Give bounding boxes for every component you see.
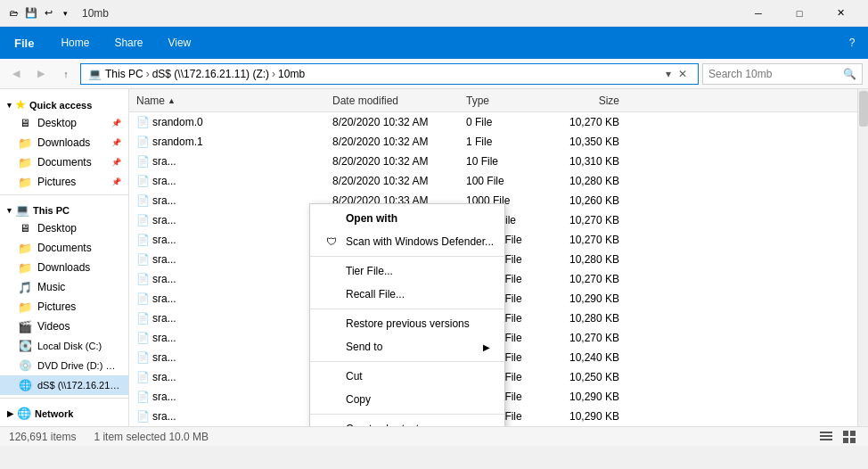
ribbon-home-tab[interactable]: Home xyxy=(48,27,102,59)
nav-forward-button[interactable]: ▶ xyxy=(30,63,52,85)
context-menu-item-label: Restore previous versions xyxy=(346,317,470,330)
file-name-text: srandom.1 xyxy=(152,136,203,148)
file-size-cell: 10,270 KB xyxy=(552,273,623,285)
col-header-type[interactable]: Type xyxy=(463,95,552,107)
file-name-text: sra... xyxy=(152,234,176,246)
context-menu-separator xyxy=(310,256,504,257)
pin-icon-pictures: 📌 xyxy=(111,177,121,186)
context-menu-item-icon xyxy=(324,422,339,426)
quick-access-toolbar-dropdown[interactable]: ▾ xyxy=(58,6,72,21)
file-name-text: sra... xyxy=(152,351,176,364)
file-name-text: sra... xyxy=(152,410,176,423)
quick-access-label: Quick access xyxy=(29,100,92,111)
this-pc-icon: 💻 xyxy=(15,203,29,217)
file-name-text: sra... xyxy=(152,332,176,344)
context-menu-item-label: Scan with Windows Defender... xyxy=(346,235,494,248)
context-menu-item-icon xyxy=(324,211,339,226)
quick-access-toolbar-save[interactable]: 💾 xyxy=(24,6,38,21)
ribbon-help-button[interactable]: ? xyxy=(836,27,868,59)
context-menu-item[interactable]: Copy xyxy=(310,388,504,411)
file-name-text: sra... xyxy=(152,273,176,285)
file-icon: 📄 xyxy=(136,272,149,286)
search-icon[interactable]: 🔍 xyxy=(843,68,856,80)
sort-arrow-icon: ▲ xyxy=(168,96,176,105)
context-menu-item[interactable]: Recall File... xyxy=(310,283,504,306)
file-size-cell: 10,280 KB xyxy=(552,175,623,187)
file-icon: 📄 xyxy=(136,115,149,129)
file-size-cell: 10,270 KB xyxy=(552,214,623,226)
nav-back-button[interactable]: ◀ xyxy=(5,63,27,85)
table-row[interactable]: 📄sra...8/20/2020 10:32 AM100 File10,280 … xyxy=(129,171,857,191)
sidebar-divider-2 xyxy=(0,398,128,399)
context-menu-item[interactable]: 🛡Scan with Windows Defender... xyxy=(310,230,504,253)
sidebar-item-downloads-quick[interactable]: 📁 Downloads 📌 xyxy=(0,133,128,152)
scrollbar-thumb[interactable] xyxy=(859,91,868,127)
svg-rect-4 xyxy=(850,431,856,436)
sidebar-item-desktop-label: Desktop xyxy=(37,117,77,129)
context-menu-item-icon xyxy=(324,392,339,407)
file-icon: 📄 xyxy=(136,311,149,325)
quick-access-header[interactable]: ▾ ★ Quick access xyxy=(0,93,128,113)
sidebar-item-dvd-drive[interactable]: 💿 DVD Drive (D:) SSS_... xyxy=(0,356,128,375)
context-menu-item[interactable]: Create shortcut xyxy=(310,417,504,426)
close-button[interactable]: ✕ xyxy=(820,0,861,27)
file-size-cell: 10,270 KB xyxy=(552,234,623,246)
context-menu-item[interactable]: Send to▶ xyxy=(310,335,504,358)
context-menu-item[interactable]: Restore previous versions xyxy=(310,312,504,335)
item-count: 126,691 items xyxy=(9,431,76,443)
scrollbar[interactable] xyxy=(857,89,868,426)
path-this-pc[interactable]: This PC xyxy=(105,68,143,80)
ribbon-share-tab[interactable]: Share xyxy=(102,27,155,59)
file-type-cell: 100 File xyxy=(463,175,552,187)
sidebar-item-pictures-pc[interactable]: 📁 Pictures xyxy=(0,297,128,317)
minimize-button[interactable]: ─ xyxy=(738,0,779,27)
file-name-text: sra... xyxy=(152,371,176,383)
file-size-cell: 10,280 KB xyxy=(552,312,623,325)
col-header-date[interactable]: Date modified xyxy=(329,95,463,107)
sidebar-item-network-share[interactable]: 🌐 dS$ (\\172.16.21.11) (... xyxy=(0,375,128,395)
sidebar-item-desktop-pc[interactable]: 🖥 Desktop xyxy=(0,218,128,238)
quick-access-toolbar-undo[interactable]: ↩ xyxy=(41,6,55,21)
large-icons-view-button[interactable] xyxy=(839,427,859,447)
system-menu-icon[interactable]: 🗁 xyxy=(7,6,21,21)
this-pc-header[interactable]: ▾ 💻 This PC xyxy=(0,198,128,218)
file-size-cell: 10,290 KB xyxy=(552,410,623,423)
sidebar-item-desktop-quick[interactable]: 🖥 Desktop 📌 xyxy=(0,113,128,133)
maximize-button[interactable]: □ xyxy=(779,0,820,27)
context-menu-item[interactable]: Open with xyxy=(310,207,504,230)
search-input[interactable] xyxy=(708,68,843,80)
ribbon-view-tab[interactable]: View xyxy=(155,27,203,59)
context-menu-item[interactable]: Cut xyxy=(310,365,504,388)
sidebar-item-local-disk[interactable]: 💽 Local Disk (C:) xyxy=(0,336,128,356)
table-row[interactable]: 📄sra...8/20/2020 10:32 AM10 File10,310 K… xyxy=(129,152,857,171)
svg-rect-6 xyxy=(850,438,856,443)
path-current-folder[interactable]: 10mb xyxy=(278,68,305,80)
search-box[interactable]: 🔍 xyxy=(702,63,863,85)
details-view-button[interactable] xyxy=(816,427,836,447)
nav-up-button[interactable]: ↑ xyxy=(55,63,77,85)
context-menu-item-label: Cut xyxy=(346,370,363,383)
sidebar-item-pictures-quick[interactable]: 📁 Pictures 📌 xyxy=(0,172,128,192)
sidebar-item-documents-quick[interactable]: 📁 Documents 📌 xyxy=(0,152,128,172)
file-name-text: srandom.0 xyxy=(152,116,203,128)
path-clear-button[interactable]: ✕ xyxy=(675,68,691,80)
file-name-cell: 📄srandom.1 xyxy=(133,135,329,149)
file-size-cell: 10,290 KB xyxy=(552,391,623,403)
col-header-name[interactable]: Name ▲ xyxy=(133,95,329,107)
sidebar-item-videos-pc[interactable]: 🎬 Videos xyxy=(0,317,128,336)
col-header-size[interactable]: Size xyxy=(552,95,623,107)
file-size-cell: 10,280 KB xyxy=(552,253,623,266)
context-menu-item[interactable]: Tier File... xyxy=(310,259,504,283)
address-path[interactable]: 💻 This PC › dS$ (\\172.16.21.11) (Z:) › … xyxy=(80,63,699,85)
videos-pc-icon: 🎬 xyxy=(18,319,32,333)
sidebar-item-documents-pc[interactable]: 📁 Documents xyxy=(0,238,128,258)
sidebar-item-music-pc[interactable]: 🎵 Music xyxy=(0,277,128,297)
status-bar: 126,691 items 1 item selected 10.0 MB xyxy=(0,426,868,446)
sidebar-item-downloads-pc[interactable]: 📁 Downloads xyxy=(0,258,128,277)
path-share[interactable]: dS$ (\\172.16.21.11) (Z:) xyxy=(152,68,269,80)
ribbon-file-tab[interactable]: File xyxy=(0,27,48,59)
table-row[interactable]: 📄srandom.08/20/2020 10:32 AM0 File10,270… xyxy=(129,112,857,132)
network-header[interactable]: ▶ 🌐 Network xyxy=(0,401,128,422)
table-row[interactable]: 📄srandom.18/20/2020 10:32 AM1 File10,350… xyxy=(129,132,857,152)
path-dropdown-button[interactable]: ▾ xyxy=(662,68,675,80)
